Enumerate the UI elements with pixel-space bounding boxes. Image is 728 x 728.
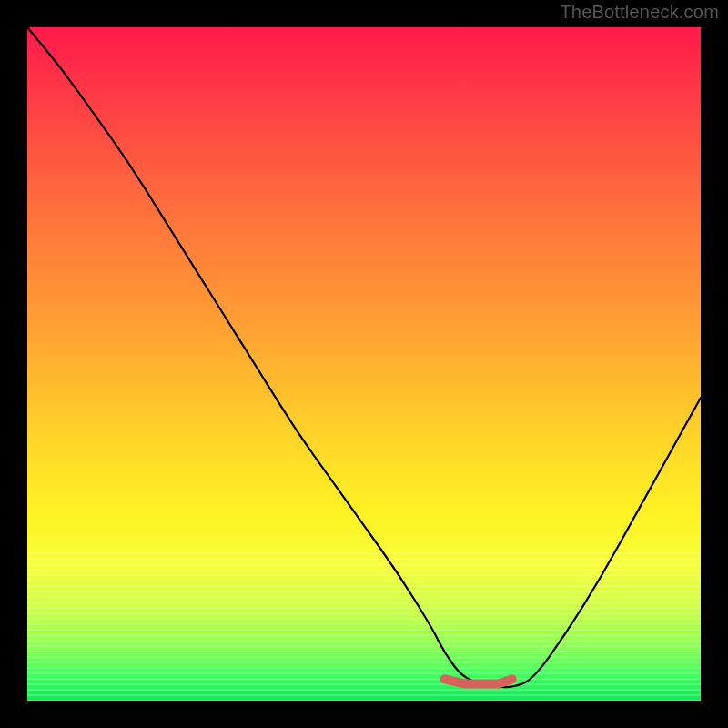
chart-frame: TheBottleneck.com (0, 0, 728, 728)
curve-svg (27, 27, 701, 701)
watermark-text: TheBottleneck.com (560, 2, 719, 23)
optimal-range-highlight (445, 679, 512, 683)
bottleneck-curve (27, 27, 701, 687)
plot-area (27, 27, 701, 701)
